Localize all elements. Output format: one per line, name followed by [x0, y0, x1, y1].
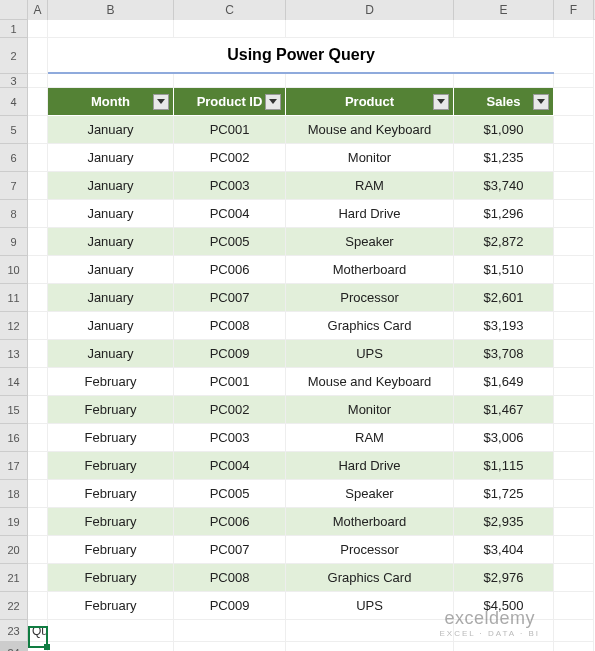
col-header-a[interactable]: A [28, 0, 48, 20]
page-title[interactable]: Using Power Query [48, 38, 554, 74]
row-header[interactable]: 7 [0, 172, 28, 200]
row-header[interactable]: 12 [0, 312, 28, 340]
cell-productid[interactable]: PC005 [174, 228, 286, 256]
cell[interactable] [28, 592, 48, 620]
row-header[interactable]: 9 [0, 228, 28, 256]
cell-month[interactable]: January [48, 144, 174, 172]
cell[interactable] [28, 480, 48, 508]
row-header[interactable]: 3 [0, 74, 28, 88]
cell[interactable] [554, 508, 594, 536]
cell[interactable] [554, 592, 594, 620]
cell-sales[interactable]: $2,872 [454, 228, 554, 256]
filter-dropdown-icon[interactable] [533, 94, 549, 110]
cell-productid[interactable]: PC001 [174, 368, 286, 396]
cell[interactable] [554, 200, 594, 228]
row-header[interactable]: 23 [0, 620, 28, 642]
cell-sales[interactable]: $1,296 [454, 200, 554, 228]
cell-productid[interactable]: PC004 [174, 452, 286, 480]
fill-handle[interactable] [44, 644, 50, 650]
cell[interactable] [454, 642, 554, 651]
cell-productid[interactable]: PC004 [174, 200, 286, 228]
cell[interactable] [554, 480, 594, 508]
cell-sales[interactable]: $3,006 [454, 424, 554, 452]
cell-product[interactable]: Mouse and Keyboard [286, 368, 454, 396]
table-header-month[interactable]: Month [48, 88, 174, 116]
cell-sales[interactable]: $3,708 [454, 340, 554, 368]
cell-sales[interactable]: $1,115 [454, 452, 554, 480]
cell-month[interactable]: February [48, 480, 174, 508]
cell-month[interactable]: January [48, 256, 174, 284]
cell-month[interactable]: February [48, 564, 174, 592]
row-header[interactable]: 8 [0, 200, 28, 228]
row-header[interactable]: 22 [0, 592, 28, 620]
cell-product[interactable]: Hard Drive [286, 452, 454, 480]
cell-productid[interactable]: PC002 [174, 396, 286, 424]
cell[interactable] [554, 20, 594, 38]
cell-product[interactable]: Motherboard [286, 508, 454, 536]
cell[interactable] [554, 144, 594, 172]
cell-product[interactable]: Speaker [286, 480, 454, 508]
table-header-productid[interactable]: Product ID [174, 88, 286, 116]
cell-productid[interactable]: PC001 [174, 116, 286, 144]
cell[interactable] [48, 20, 174, 38]
cell[interactable] [28, 256, 48, 284]
cell[interactable] [286, 20, 454, 38]
cell[interactable] [28, 340, 48, 368]
cell-sales[interactable]: $1,235 [454, 144, 554, 172]
cell[interactable] [28, 20, 48, 38]
cell[interactable] [554, 396, 594, 424]
cell-sales[interactable]: $1,510 [454, 256, 554, 284]
cell[interactable] [28, 172, 48, 200]
cell[interactable] [28, 424, 48, 452]
cell[interactable] [28, 116, 48, 144]
row-header[interactable]: 4 [0, 88, 28, 116]
cell-productid[interactable]: PC009 [174, 340, 286, 368]
cell[interactable] [454, 74, 554, 88]
cell-product[interactable]: UPS [286, 592, 454, 620]
row-header[interactable]: 21 [0, 564, 28, 592]
filter-dropdown-icon[interactable] [265, 94, 281, 110]
cell-productid[interactable]: PC007 [174, 284, 286, 312]
cell-sales[interactable]: $2,601 [454, 284, 554, 312]
cell[interactable] [554, 368, 594, 396]
cell[interactable] [28, 38, 48, 74]
cell[interactable] [554, 424, 594, 452]
cell[interactable] [28, 396, 48, 424]
cell[interactable] [554, 452, 594, 480]
cell[interactable] [174, 620, 286, 642]
cell-product[interactable]: Mouse and Keyboard [286, 116, 454, 144]
cell-productid[interactable]: PC008 [174, 312, 286, 340]
cell-month[interactable]: January [48, 340, 174, 368]
cell[interactable] [554, 564, 594, 592]
cell-month[interactable]: January [48, 200, 174, 228]
col-header-f[interactable]: F [554, 0, 594, 20]
cell[interactable] [554, 340, 594, 368]
cell[interactable] [28, 536, 48, 564]
cell-product[interactable]: Processor [286, 284, 454, 312]
cell-month[interactable]: January [48, 228, 174, 256]
cell[interactable] [554, 228, 594, 256]
row-header[interactable]: 2 [0, 38, 28, 74]
row-header[interactable]: 1 [0, 20, 28, 38]
cell[interactable] [48, 642, 174, 651]
cell[interactable] [554, 536, 594, 564]
cell-sales[interactable]: $1,725 [454, 480, 554, 508]
cell-product[interactable]: Processor [286, 536, 454, 564]
cell[interactable] [554, 284, 594, 312]
table-header-sales[interactable]: Sales [454, 88, 554, 116]
row-header[interactable]: 16 [0, 424, 28, 452]
cell[interactable] [48, 74, 174, 88]
cell[interactable] [28, 312, 48, 340]
reference-cell[interactable]: Query1!ExternalData_1 [28, 620, 48, 642]
row-header[interactable]: 13 [0, 340, 28, 368]
row-header[interactable]: 20 [0, 536, 28, 564]
cell[interactable] [454, 20, 554, 38]
cell-month[interactable]: January [48, 284, 174, 312]
cell-productid[interactable]: PC002 [174, 144, 286, 172]
cell[interactable] [28, 452, 48, 480]
cell-sales[interactable]: $1,090 [454, 116, 554, 144]
cell-month[interactable]: January [48, 312, 174, 340]
cell-month[interactable]: February [48, 592, 174, 620]
cell-month[interactable]: January [48, 116, 174, 144]
cell-productid[interactable]: PC006 [174, 508, 286, 536]
